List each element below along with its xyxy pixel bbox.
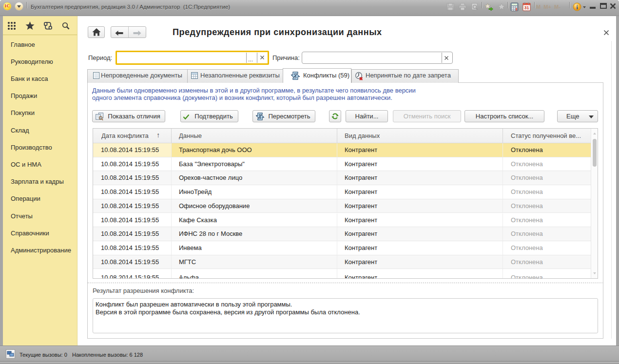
svg-text:31: 31 xyxy=(524,5,529,10)
